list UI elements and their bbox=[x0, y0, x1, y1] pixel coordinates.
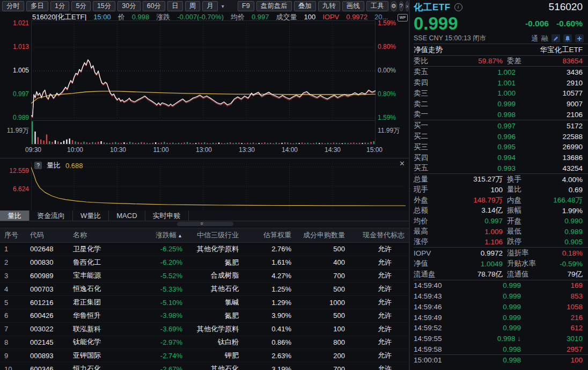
fund-name: 华宝化工ETF bbox=[540, 45, 588, 55]
col-industry[interactable]: 中信三级行业 bbox=[187, 230, 243, 240]
period-button[interactable]: 月 bbox=[202, 1, 218, 11]
ask-price: 0.999 bbox=[451, 100, 516, 108]
add-icon[interactable] bbox=[575, 34, 584, 42]
period-button[interactable]: 15分 bbox=[93, 1, 115, 11]
gear-icon[interactable]: ⚙ bbox=[391, 1, 397, 11]
collapse-chevron-icon[interactable]: » bbox=[199, 222, 205, 225]
intraday-price-chart[interactable] bbox=[31, 20, 376, 119]
table-row[interactable]: 2 000830 鲁西化工 -6.20% 氮肥 1.61% 400 允许 bbox=[0, 256, 409, 270]
table-row[interactable]: 3 600989 宝丰能源 -5.52% 合成树脂 4.27% 700 允许 bbox=[0, 270, 409, 283]
bid-row[interactable]: 买四 0.994 13686 bbox=[414, 153, 588, 163]
tick-row-last[interactable]: 15:00:01 0.998 100 bbox=[414, 355, 588, 366]
est-weight: 1.25% bbox=[243, 285, 296, 293]
ask-row[interactable]: 卖三 1.000 10577 bbox=[414, 88, 588, 99]
ask-row[interactable]: 卖一 0.998 2106 bbox=[414, 110, 588, 120]
alert-bell-icon[interactable] bbox=[563, 34, 572, 42]
tick-row[interactable]: 14:59:46 0.999 1058 bbox=[414, 301, 588, 312]
stock-name: 亚钾国际 bbox=[69, 351, 149, 360]
period-toolbar: 分时多日1分5分15分30分60分日周月 ▾ F9盘前盘后叠加九转画线工具 ⚙ … bbox=[0, 0, 409, 12]
table-row[interactable]: 8 002145 钛能化学 -2.97% 钛白粉 0.86% 800 允许 bbox=[0, 336, 409, 350]
tab-item[interactable]: 实时申赎 bbox=[145, 211, 189, 221]
iopv-value: 79亿 bbox=[552, 270, 588, 279]
row-index: 5 bbox=[0, 299, 26, 307]
ask-row[interactable]: 卖五 1.002 3436 bbox=[414, 67, 588, 77]
table-row[interactable]: 5 601216 君正集团 -5.10% 氯碱 1.29% 1000 允许 bbox=[0, 296, 409, 309]
ask-row[interactable]: 卖四 1.001 2910 bbox=[414, 77, 588, 88]
col-code[interactable]: 代码 bbox=[26, 230, 69, 240]
tick-row[interactable]: 14:59:43 0.999 853 bbox=[414, 291, 588, 302]
stat-label: 开盘 bbox=[503, 216, 546, 226]
table-row[interactable]: 7 003022 联泓新科 -3.69% 其他化学原料 0.41% 100 允许 bbox=[0, 323, 409, 336]
tool-button[interactable]: 叠加 bbox=[294, 1, 316, 11]
row-index: 8 bbox=[0, 338, 26, 346]
period-button[interactable]: 多日 bbox=[26, 1, 48, 11]
indicator-chart[interactable] bbox=[31, 162, 407, 211]
period-dropdown-icon[interactable]: ▾ bbox=[220, 3, 226, 9]
tick-row[interactable]: 14:59:55 0.998 ↓ 3010 bbox=[414, 333, 588, 344]
cash-flag: 允许 bbox=[349, 271, 409, 280]
tick-price: 0.998 bbox=[462, 356, 521, 364]
yaxis-pct-2: 0.80% bbox=[378, 43, 409, 50]
tool-button[interactable]: 盘前盘后 bbox=[256, 1, 292, 11]
cash-flag: 允许 bbox=[349, 337, 409, 347]
period-button[interactable]: 周 bbox=[185, 1, 201, 11]
tool-button[interactable]: 工具 bbox=[366, 1, 388, 11]
tool-button[interactable]: 画线 bbox=[342, 1, 364, 11]
period-button[interactable]: 5分 bbox=[71, 1, 90, 11]
tab-item[interactable]: 资金流向 bbox=[30, 211, 73, 221]
tab-item[interactable]: W量比 bbox=[73, 211, 109, 221]
cash-flag: 允许 bbox=[349, 351, 409, 360]
bid-volume: 5172 bbox=[516, 122, 588, 130]
stat-value: 0.990 bbox=[546, 217, 588, 225]
period-button[interactable]: 1分 bbox=[50, 1, 69, 11]
yaxis-pct-5: 1.59% bbox=[378, 114, 409, 121]
row-index: 9 bbox=[0, 352, 26, 360]
bid-row[interactable]: 买一 0.997 5172 bbox=[414, 120, 588, 131]
table-row[interactable]: 4 000703 恒逸石化 -5.33% 其他石化 1.25% 500 允许 bbox=[0, 282, 409, 296]
table-row[interactable]: 9 000893 亚钾国际 -2.74% 钾肥 2.63% 200 允许 bbox=[0, 349, 409, 362]
tick-row[interactable]: 14:59:58 0.998 2957 bbox=[414, 344, 588, 354]
help-icon[interactable]: ? bbox=[399, 1, 403, 11]
tick-time: 14:59:43 bbox=[414, 292, 462, 300]
tool-button[interactable]: 九转 bbox=[318, 1, 340, 11]
ask-label: 卖四 bbox=[414, 78, 451, 88]
table-row[interactable]: 6 600426 华鲁恒升 -3.98% 氮肥 3.90% 500 允许 bbox=[0, 309, 409, 323]
bid-label: 买三 bbox=[414, 142, 451, 152]
bid-levels: 买一 0.997 5172 买二 0.996 22588 买三 0.995 26… bbox=[414, 120, 588, 173]
ask-label: 卖五 bbox=[414, 67, 451, 77]
tab-item[interactable]: MACD bbox=[109, 211, 145, 221]
tick-row[interactable]: 14:59:40 0.999 169 bbox=[414, 280, 588, 291]
bid-row[interactable]: 买五 0.993 43254 bbox=[414, 163, 588, 174]
nav-row[interactable]: 净值走势 华宝化工ETF bbox=[414, 44, 588, 55]
col-change[interactable]: 涨跌幅▲ bbox=[149, 230, 187, 240]
stat-value: 0.989 bbox=[546, 228, 588, 236]
tick-row[interactable]: 14:59:52 0.999 612 bbox=[414, 323, 588, 333]
col-cashflag[interactable]: 现金替代标志 bbox=[349, 230, 409, 240]
table-row[interactable]: 1 002648 卫星化学 -6.25% 其他化学原料 2.76% 500 允许 bbox=[0, 243, 409, 256]
est-weight: 4.27% bbox=[243, 272, 296, 280]
subscribe-qty: 500 bbox=[296, 245, 349, 253]
stat-label: 跌停 bbox=[503, 237, 546, 246]
bid-row[interactable]: 买三 0.995 26990 bbox=[414, 142, 588, 153]
period-button[interactable]: 60分 bbox=[143, 1, 165, 11]
est-weight: 2.76% bbox=[243, 245, 296, 253]
tick-row[interactable]: 14:59:49 0.999 216 bbox=[414, 312, 588, 323]
period-button[interactable]: 30分 bbox=[117, 1, 140, 11]
info-icon[interactable]: i bbox=[454, 3, 462, 11]
ask-row[interactable]: 卖二 0.999 9007 bbox=[414, 99, 588, 110]
table-row[interactable]: 10 600346 恒力石化 -2.67% 其他石化 3.19% 700 允许 bbox=[0, 362, 409, 370]
tab-liangbi[interactable]: 量比 bbox=[0, 211, 30, 221]
stock-code: 600989 bbox=[26, 272, 69, 280]
col-name[interactable]: 名称 bbox=[69, 230, 149, 240]
period-button[interactable]: 日 bbox=[167, 1, 183, 11]
bid-row[interactable]: 买二 0.996 22588 bbox=[414, 131, 588, 142]
tool-button[interactable]: F9 bbox=[238, 1, 254, 11]
col-weight[interactable]: 估算权重 bbox=[243, 230, 296, 240]
edit-icon[interactable] bbox=[552, 34, 560, 42]
volume-bars-chart[interactable] bbox=[31, 120, 376, 144]
period-button[interactable]: 分时 bbox=[2, 1, 24, 11]
stat-value: 0.997 bbox=[442, 217, 503, 225]
col-index[interactable]: 序号 bbox=[0, 230, 26, 240]
col-quantity[interactable]: 成分申购数量 bbox=[296, 230, 349, 240]
table-scrollbar[interactable]: » bbox=[0, 221, 409, 227]
